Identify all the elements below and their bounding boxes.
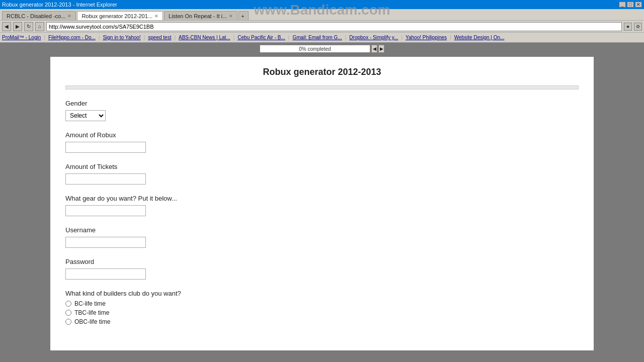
bookmark-dropbox[interactable]: Dropbox - Simplify y... — [349, 35, 398, 40]
bc-radio[interactable] — [65, 301, 71, 307]
username-group: Username — [65, 226, 579, 248]
robux-input[interactable] — [65, 142, 146, 153]
username-label: Username — [65, 226, 579, 234]
title-bar-text: Robux generator 2012-2013 - Internet Exp… — [2, 2, 615, 8]
tbc-radio-item: TBC-life time — [65, 309, 579, 316]
username-input[interactable] — [65, 237, 146, 248]
bookmark-cebupacific[interactable]: Cebu Pacific Air - B... — [237, 35, 285, 40]
tools-icon[interactable]: ⚙ — [634, 23, 642, 31]
close-button[interactable]: ✕ — [635, 2, 642, 8]
tab-rcblc[interactable]: RCBLC - Disabled -co... ✕ — [2, 11, 76, 20]
bc-radio-item: BC-life time — [65, 300, 579, 307]
tbc-radio[interactable] — [65, 310, 71, 316]
bookmark-yahoo[interactable]: Yahoo! Philippines — [406, 35, 447, 40]
maximize-button[interactable]: □ — [627, 2, 634, 8]
tab-listen-label: Listen On Repeat - It i... — [169, 13, 227, 19]
builders-club-group: What kind of builders club do you want? … — [65, 290, 579, 325]
bookmark-speedtest[interactable]: speed test — [148, 35, 171, 40]
progress-container: 0% completed ◀ ▶ — [0, 43, 644, 55]
bookmark-abscbn[interactable]: ABS-CBN News | Lat... — [179, 35, 230, 40]
password-group: Password — [65, 258, 579, 280]
builders-club-options: BC-life time TBC-life time OBC-life time — [65, 300, 579, 325]
bookmarks-bar: ProMail™ - Login | FileHippo.com - Do...… — [0, 32, 644, 42]
progress-label: 0% completed — [260, 45, 370, 52]
tab-rcblc-close[interactable]: ✕ — [67, 14, 71, 19]
progress-bar-wrapper: 0% completed — [260, 45, 370, 53]
tab-robux-close[interactable]: ✕ — [154, 14, 158, 19]
bookmark-gmail[interactable]: Gmail: Email from G... — [292, 35, 342, 40]
robux-label: Amount of Robux — [65, 131, 579, 139]
address-bar[interactable] — [46, 22, 622, 31]
browser-chrome: Robux generator 2012-2013 - Internet Exp… — [0, 0, 644, 43]
progress-next-button[interactable]: ▶ — [378, 45, 384, 53]
reload-button[interactable]: ↻ — [24, 22, 33, 31]
progress-arrows: ◀ ▶ — [371, 45, 384, 53]
password-input[interactable] — [65, 268, 146, 280]
tab-listen[interactable]: Listen On Repeat - It i... ✕ — [164, 11, 237, 20]
back-button[interactable]: ◀ — [2, 22, 11, 31]
tickets-input[interactable] — [65, 173, 146, 185]
bc-radio-label: BC-life time — [74, 300, 106, 307]
tab-listen-close[interactable]: ✕ — [229, 14, 233, 19]
progress-prev-button[interactable]: ◀ — [371, 45, 377, 53]
gear-label: What gear do you want? Put it below... — [65, 195, 579, 202]
gender-select[interactable]: Select Male Female — [65, 110, 106, 121]
title-bar: Robux generator 2012-2013 - Internet Exp… — [0, 0, 644, 9]
survey-title: Robux generator 2012-2013 — [65, 67, 579, 77]
bookmark-promail[interactable]: ProMail™ - Login — [2, 35, 41, 40]
bookmark-webdesign[interactable]: Website Design | On... — [454, 35, 505, 40]
tab-bar: RCBLC - Disabled -co... ✕ Robux generato… — [0, 9, 644, 20]
tickets-label: Amount of Tickets — [65, 163, 579, 170]
gender-group: Gender Select Male Female — [65, 100, 579, 121]
robux-group: Amount of Robux — [65, 131, 579, 153]
tab-rcblc-label: RCBLC - Disabled -co... — [7, 13, 65, 19]
password-label: Password — [65, 258, 579, 265]
title-bar-buttons: _ □ ✕ — [619, 2, 642, 8]
tickets-group: Amount of Tickets — [65, 163, 579, 185]
gender-label: Gender — [65, 100, 579, 107]
obc-radio-label: OBC-life time — [74, 318, 110, 325]
obc-radio-item: OBC-life time — [65, 318, 579, 325]
tab-new[interactable]: + — [238, 11, 249, 20]
survey-container: Robux generator 2012-2013 Gender Select … — [50, 57, 594, 350]
bookmark-filehippo[interactable]: FileHippo.com - Do... — [48, 35, 96, 40]
page-wrapper: Robux generator 2012-2013 Gender Select … — [0, 55, 644, 356]
bookmark-yahoo-signin[interactable]: Sign in to Yahoo! — [103, 35, 140, 40]
nav-bar: ◀ ▶ ↻ ⌂ ★ ⚙ — [0, 20, 644, 32]
gear-input[interactable] — [65, 205, 146, 216]
tab-robux-label: Robux generator 2012-201... — [82, 13, 152, 19]
home-button[interactable]: ⌂ — [35, 22, 44, 31]
star-icon[interactable]: ★ — [624, 23, 632, 31]
builders-club-label: What kind of builders club do you want? — [65, 290, 579, 297]
forward-button[interactable]: ▶ — [13, 22, 22, 31]
minimize-button[interactable]: _ — [619, 2, 626, 8]
obc-radio[interactable] — [65, 319, 71, 325]
gear-group: What gear do you want? Put it below... — [65, 195, 579, 216]
tbc-radio-label: TBC-life time — [74, 309, 109, 316]
tab-robux[interactable]: Robux generator 2012-201... ✕ — [77, 11, 163, 20]
top-divider — [65, 85, 579, 89]
